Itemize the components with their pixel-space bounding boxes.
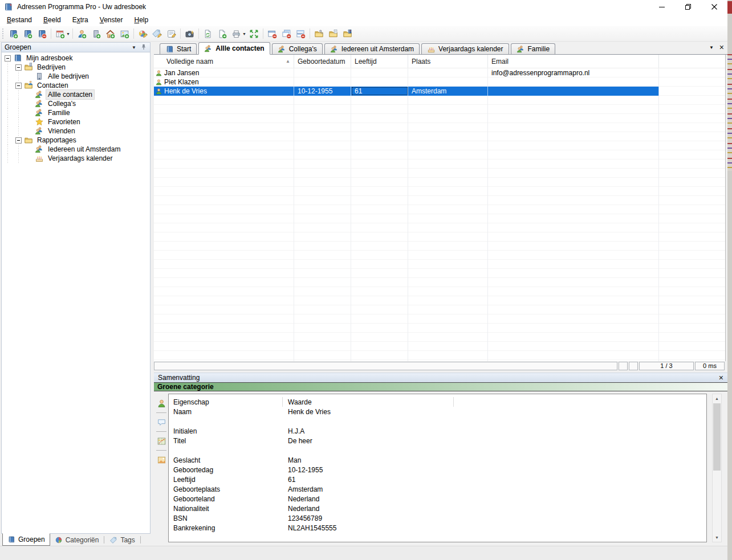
- building-add-button[interactable]: [89, 27, 103, 41]
- collapse-icon[interactable]: [15, 137, 22, 144]
- tree-item-favorieten[interactable]: Favorieten: [2, 117, 150, 126]
- tree-item-alle-bedrijven[interactable]: Alle bedrijven: [2, 72, 150, 81]
- collapse-icon[interactable]: [5, 55, 11, 62]
- folder-book-button[interactable]: [340, 27, 355, 41]
- tree-item-allle-contacten[interactable]: Allle contacten: [2, 90, 150, 99]
- tab-iedereen-uit-amsterdam[interactable]: Iedereen uit Amsterdam: [324, 43, 420, 54]
- tree-item-contacten[interactable]: Contacten: [2, 81, 150, 90]
- cell-email[interactable]: [488, 77, 659, 87]
- table-row-piet-klazen[interactable]: Piet Klazen: [154, 77, 659, 87]
- calendar-add-button[interactable]: [53, 27, 67, 41]
- folder-note-button[interactable]: [326, 27, 340, 41]
- column-header-leeftijd[interactable]: Leeftijd: [351, 55, 408, 68]
- summary-tab-comment-icon[interactable]: [156, 415, 167, 430]
- windows-cascade-remove-button[interactable]: [279, 27, 294, 41]
- cell-plaats[interactable]: [408, 77, 488, 87]
- tag-edit-button[interactable]: [150, 27, 164, 41]
- page-export-button[interactable]: [215, 27, 229, 41]
- cell-email[interactable]: [488, 87, 659, 96]
- column-header-geboortedatum[interactable]: Geboortedatum: [294, 55, 351, 68]
- pin-icon[interactable]: [140, 44, 147, 51]
- tree-item-label: Mijn adresboek: [25, 54, 74, 63]
- tab-collega-s[interactable]: Collega's: [272, 43, 323, 54]
- tree-item-mijn-adresboek[interactable]: Mijn adresboek: [2, 54, 150, 63]
- home-add-button[interactable]: [103, 27, 117, 41]
- resize-arrows-button[interactable]: [247, 27, 261, 41]
- menu-item-extra[interactable]: Extra: [67, 15, 94, 25]
- book-remove-button[interactable]: [35, 27, 49, 41]
- tree-item-iedereen-uit-amsterdam[interactable]: Iedereen uit Amsterdam: [2, 145, 150, 154]
- tab-list-dropdown-icon[interactable]: ▼: [709, 45, 714, 50]
- person-add-button[interactable]: [75, 27, 89, 41]
- tab-close-icon[interactable]: ×: [719, 44, 724, 50]
- summary-scrollbar[interactable]: ▲ ▼: [712, 394, 722, 542]
- tab-allle-contacten[interactable]: Allle contacten: [198, 42, 270, 55]
- cell-volledige-naam[interactable]: Piet Klazen: [154, 77, 294, 87]
- tree-item-familie[interactable]: Familie: [2, 108, 150, 117]
- property-row-leeftijd: Leeftijd61: [169, 475, 706, 484]
- people-icon: [204, 44, 213, 53]
- cell-geboortedatum[interactable]: [294, 68, 351, 77]
- page-refresh-button[interactable]: [201, 27, 215, 41]
- dropdown-caret-icon[interactable]: ▼: [242, 32, 246, 36]
- window-remove-button[interactable]: [265, 27, 279, 41]
- column-header-email[interactable]: Email: [488, 55, 659, 68]
- menu-item-venster[interactable]: Venster: [94, 15, 129, 25]
- sidebar-tab-groepen[interactable]: Groepen: [2, 533, 50, 546]
- tree-item-bedrijven[interactable]: Bedrijven: [2, 63, 150, 72]
- restore-button[interactable]: [675, 0, 701, 14]
- dropdown-caret-icon[interactable]: ▼: [66, 32, 70, 36]
- collapse-icon[interactable]: [15, 83, 22, 89]
- table-row-henk-de-vries[interactable]: Henk de Vries10-12-195561Amsterdam: [154, 87, 659, 96]
- scroll-up-icon[interactable]: ▲: [713, 394, 721, 403]
- printer-button[interactable]: [229, 27, 243, 41]
- folder-key-button[interactable]: [312, 27, 326, 41]
- cell-leeftijd[interactable]: [351, 77, 408, 87]
- summary-close-icon[interactable]: ×: [719, 374, 723, 381]
- cell-plaats[interactable]: Amsterdam: [408, 87, 488, 96]
- cell-plaats[interactable]: [408, 68, 488, 77]
- scrollbar-thumb[interactable]: [713, 403, 721, 471]
- book-open-button[interactable]: [21, 27, 35, 41]
- book-add-button[interactable]: [6, 27, 21, 41]
- close-button[interactable]: [701, 0, 727, 14]
- tab-familie[interactable]: Familie: [511, 43, 556, 54]
- summary-tab-photo-icon[interactable]: [156, 452, 167, 467]
- summary-header: Samenvatting ×: [154, 373, 727, 382]
- menu-item-bestand[interactable]: Bestand: [1, 15, 38, 25]
- menu-item-help[interactable]: Help: [128, 15, 154, 25]
- sidebar-tab-tags[interactable]: Tags: [105, 534, 139, 546]
- tree-item-vrienden[interactable]: Vrienden: [2, 126, 150, 136]
- cell-volledige-naam[interactable]: Henk de Vries: [154, 87, 294, 96]
- camera-button[interactable]: [182, 27, 197, 41]
- property-value: NL2AH1545555: [283, 524, 454, 532]
- cell-leeftijd[interactable]: 61: [351, 87, 408, 96]
- column-header-plaats[interactable]: Plaats: [408, 55, 488, 68]
- collapse-icon[interactable]: [15, 64, 22, 71]
- minimize-button[interactable]: [649, 0, 675, 14]
- cell-leeftijd[interactable]: [351, 68, 408, 77]
- tab-start[interactable]: Start: [160, 43, 197, 54]
- tab-verjaardags-kalender[interactable]: Verjaardags kalender: [421, 43, 509, 54]
- summary-tab-person-icon[interactable]: [156, 396, 167, 411]
- windows-tile-remove-button[interactable]: [294, 27, 308, 41]
- cell-geboortedatum[interactable]: [294, 77, 351, 87]
- cell-geboortedatum[interactable]: 10-12-1955: [294, 87, 351, 96]
- note-edit-button[interactable]: [164, 27, 178, 41]
- image-add-button[interactable]: [117, 27, 132, 41]
- palette-edit-button[interactable]: [136, 27, 150, 41]
- menu-item-beeld[interactable]: Beeld: [38, 15, 67, 25]
- toolbar-grip[interactable]: [2, 28, 5, 39]
- cell-volledige-naam[interactable]: Jan Jansen: [154, 68, 294, 77]
- chevron-down-icon[interactable]: ▼: [132, 45, 136, 50]
- summary-tab-map-icon[interactable]: [156, 434, 167, 448]
- column-header-volledige-naam[interactable]: Volledige naam▲: [154, 55, 294, 68]
- scroll-down-icon[interactable]: ▼: [713, 533, 721, 542]
- table-row-jan-jansen[interactable]: Jan Janseninfo@adressenprogrammapro.nl: [154, 68, 659, 77]
- tree-item-collega-s[interactable]: Collega's: [2, 99, 150, 108]
- tree-item-rapportages[interactable]: Rapportages: [2, 136, 150, 145]
- tree-item-verjaardags-kalender[interactable]: Verjaardags kalender: [2, 154, 150, 163]
- sidebar-tab-categori-n[interactable]: Categoriën: [50, 534, 104, 546]
- cell-email[interactable]: info@adressenprogrammapro.nl: [488, 68, 659, 77]
- cell-text: 61: [355, 87, 362, 95]
